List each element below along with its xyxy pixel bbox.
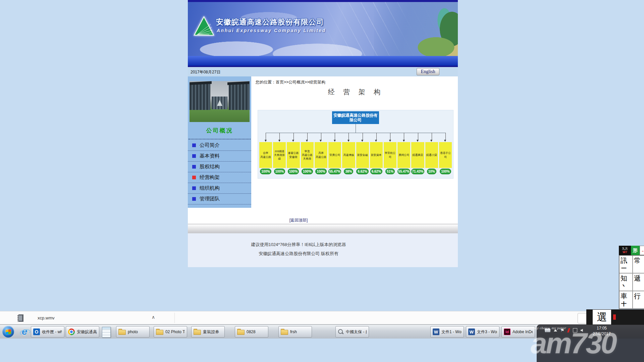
- ime-brand-key[interactable]: 九方 W7: [619, 246, 631, 255]
- start-button[interactable]: [2, 326, 14, 338]
- ime-key-char: 行: [634, 292, 641, 300]
- org-chart: 安徽皖通高速公路股份有限公司 合寧 高速公路 100%: [258, 110, 453, 179]
- ime-select-key[interactable]: 選: [593, 310, 611, 324]
- ime-back-key[interactable]: ←: [640, 246, 644, 255]
- chevron-up-icon[interactable]: ∧: [152, 314, 155, 320]
- subsidiary-name: 合寧 高速公路: [259, 142, 272, 168]
- sidebar-menu-item[interactable]: 管理团队: [188, 194, 251, 204]
- page-title: 经 营 架 构: [254, 87, 458, 97]
- taskbar-button[interactable]: 安徽皖通高速...: [66, 326, 99, 338]
- ime-key[interactable]: 常: [633, 255, 644, 273]
- ime-candidate-grid: 訊 一 常 知 丶 遞 車 十 行: [619, 255, 644, 309]
- ime-key[interactable]: 行: [633, 291, 644, 309]
- percent-badge: 100%: [440, 169, 451, 174]
- internet-explorer-icon[interactable]: e: [19, 326, 30, 338]
- taskbar-button[interactable]: 0828: [235, 326, 268, 338]
- subsidiary-name: 連霍公路 安徽段: [287, 142, 300, 168]
- subsidiary-name: 宣廣公司: [328, 142, 341, 168]
- bullet-icon: [192, 165, 196, 169]
- media-file-icon: [17, 314, 23, 322]
- org-chart-nodes: 合寧 高速公路 100% 205國道 天長段新線 100%: [259, 133, 452, 176]
- ownership-percent: 38%: [342, 169, 355, 176]
- sidebar-menu-item[interactable]: 股权结构: [188, 162, 251, 172]
- percent-badge: 100%: [315, 169, 327, 174]
- campus-photo: [190, 81, 250, 122]
- outlook-icon: O: [33, 328, 40, 335]
- sidebar-menu-item[interactable]: 经营构架: [188, 172, 251, 183]
- taskbar-button[interactable]: W 文件1 - Word: [430, 326, 464, 338]
- page-footer: 建议使用1024*768分辨率！IE6以上版本的浏览器 安徽皖通高速公路股份有限…: [188, 233, 458, 267]
- subsidiary-name: 皖通小貸: [425, 142, 438, 168]
- ownership-percent: 10%: [425, 169, 438, 176]
- taskbar-button[interactable]: 02 Photo To...: [154, 326, 187, 338]
- org-chart-node: 皖通小貸 10%: [425, 133, 438, 176]
- windows-logo-icon: [6, 329, 11, 335]
- arrow-down-icon: [397, 133, 410, 142]
- taskbar-button[interactable]: frsh: [278, 326, 312, 338]
- taskbar-button[interactable]: 中國太保 - 搜...: [335, 326, 369, 338]
- org-chart-node: 高速傳媒 38%: [342, 133, 355, 176]
- ownership-percent: 51%: [384, 169, 396, 176]
- org-chart-node: 廣祠公司 55.47%: [397, 133, 410, 176]
- sidebar-menu-item[interactable]: 公司简介: [188, 140, 251, 151]
- taskbar-button[interactable]: 童裝證券: [191, 326, 225, 338]
- indesign-icon: Id: [504, 328, 511, 335]
- sidebar-item-label: 经营构架: [200, 174, 220, 181]
- arrow-down-icon: [411, 133, 424, 142]
- sidebar-item-label: 股权结构: [200, 164, 220, 170]
- ownership-percent: 55.47%: [328, 169, 341, 176]
- arrow-down-icon: [273, 133, 286, 142]
- percent-badge: 71.43%: [411, 169, 424, 174]
- sidebar-section-title: 公司概况: [188, 127, 251, 134]
- company-name-en: Anhui Expressway Company Limited: [217, 28, 326, 33]
- sidebar-menu: 公司简介 基本资料 股权结构 经营构架 组织机构: [188, 140, 251, 204]
- building-left: [190, 84, 210, 110]
- subsidiary-name: 205國道 天長段新線: [273, 142, 286, 168]
- sidebar-item-label: 管理团队: [200, 196, 220, 202]
- ownership-percent: 100%: [439, 169, 452, 176]
- subsidiary-name: 高速傳媒: [342, 142, 355, 168]
- arrow-down-icon: [342, 133, 355, 142]
- org-chart-node: 香港子公司 100%: [439, 133, 452, 176]
- watermark-brand: am730: [531, 328, 616, 358]
- breadcrumb: 您的位置：首页>>公司概况>>经营架构: [256, 79, 325, 85]
- ime-brand-top: 九方: [622, 247, 628, 250]
- arrow-down-icon: [259, 133, 272, 142]
- percent-badge: 6.62%: [370, 169, 382, 174]
- taskbar-button-label: photo: [128, 329, 138, 334]
- percent-badge: 10%: [427, 169, 436, 174]
- chrome-icon: [68, 328, 75, 335]
- downloaded-file-name[interactable]: xcp.wmv: [38, 315, 55, 320]
- desktop: 安徽皖通高速公路股份有限公司 Anhui Expressway Company …: [0, 0, 644, 362]
- taskbar-button[interactable]: photo: [116, 326, 150, 338]
- taskbar-button[interactable]: W 文件3 - Word: [466, 326, 499, 338]
- org-chart-node: 高界 高速公路 100%: [315, 133, 327, 176]
- word-icon: W: [468, 328, 475, 335]
- bullet-icon: [192, 176, 196, 179]
- ownership-percent: 100%: [301, 169, 314, 176]
- footer-links-bar: [188, 224, 458, 233]
- ime-key[interactable]: 車 十: [619, 291, 633, 309]
- percent-badge: 100%: [274, 169, 285, 174]
- main-column: 您的位置：首页>>公司概况>>经营架构 经 营 架 构 安徽皖通高速公路股份有限…: [254, 76, 458, 217]
- ime-red-mark: [613, 314, 616, 320]
- taskbar-button-label: 安徽皖通高速...: [77, 329, 97, 335]
- taskbar-button-label: 收件匣 - whc...: [42, 329, 62, 335]
- folder-icon: [194, 330, 201, 335]
- sidebar-item-label: 基本资料: [200, 153, 220, 159]
- percent-badge: 51%: [385, 169, 395, 174]
- ime-shape-key[interactable]: 形: [631, 246, 640, 255]
- notepad-icon[interactable]: [102, 327, 111, 338]
- back-to-top-link[interactable]: [返回顶部]: [188, 218, 409, 223]
- taskbar-button[interactable]: Id Adobe InDe...: [501, 326, 535, 338]
- bullet-icon: [192, 154, 196, 158]
- ime-key[interactable]: 知 丶: [619, 273, 633, 291]
- percent-badge: 100%: [302, 169, 313, 174]
- folder-icon: [281, 330, 288, 335]
- ime-key[interactable]: 遞: [633, 273, 644, 291]
- taskbar-button[interactable]: O 收件匣 - whc...: [31, 326, 64, 338]
- ime-key[interactable]: 訊 一: [619, 255, 633, 273]
- sidebar-menu-item[interactable]: 组织机构: [188, 183, 251, 194]
- english-language-button[interactable]: English: [417, 68, 439, 75]
- sidebar-menu-item[interactable]: 基本资料: [188, 151, 251, 162]
